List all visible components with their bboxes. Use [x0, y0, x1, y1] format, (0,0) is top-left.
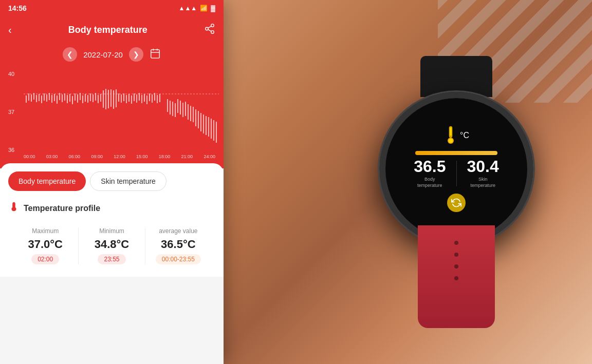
status-time: 14:56 [8, 4, 27, 12]
stat-min-value: 34.8°C [81, 238, 142, 251]
y-label-40: 40 [8, 71, 14, 77]
svg-point-1 [206, 27, 209, 30]
x-label-1500: 15:00 [136, 154, 148, 159]
watch-thermometer-icon: °C [443, 125, 469, 146]
x-label-0900: 09:00 [91, 154, 103, 159]
tab-body-temperature[interactable]: Body temperature [8, 171, 86, 191]
stat-max-time: 02:00 [31, 254, 59, 264]
x-label-2400: 24:00 [203, 154, 215, 159]
status-bar: 14:56 ▲▲▲ 📶 ▓ [0, 0, 224, 16]
y-label-36: 36 [8, 147, 14, 153]
tab-buttons: Body temperature Skin temperature [8, 171, 215, 191]
watch-band-bottom [418, 225, 495, 328]
stat-min-label: Minimum [81, 227, 142, 235]
stat-avg-value: 36.5°C [147, 238, 209, 251]
watch-body: °C 36.5 Bodytemperature 30.4 Skintempera… [379, 92, 533, 246]
y-label-37: 37 [8, 109, 14, 115]
date-selector: ❮ 2022-07-20 ❯ [0, 43, 224, 66]
svg-point-0 [211, 24, 214, 27]
phone-screen: 14:56 ▲▲▲ 📶 ▓ ‹ Body temperature ❮ 2022-… [0, 0, 224, 364]
x-label-2100: 21:00 [181, 154, 193, 159]
watch-container: °C 36.5 Bodytemperature 30.4 Skintempera… [348, 71, 564, 318]
stat-avg-item: average value 36.5°C 00:00-23:55 [145, 223, 211, 269]
app-header: ‹ Body temperature [0, 16, 224, 43]
stat-min-time: 23:55 [98, 254, 125, 264]
watch-arc [415, 151, 497, 155]
svg-point-2 [211, 30, 214, 33]
svg-line-4 [208, 26, 211, 28]
profile-icon [8, 201, 20, 215]
watch-refresh-button[interactable] [447, 194, 466, 212]
chart-area: 40 37 36 [0, 66, 224, 168]
battery-icon: ▓ [211, 5, 215, 12]
temperature-profile-section: Temperature profile [8, 201, 215, 215]
stat-max-label2: Maximum [14, 227, 76, 235]
x-label-1200: 12:00 [114, 154, 125, 159]
x-label-0000: 00:00 [24, 154, 35, 159]
watch-crown-bottom [531, 183, 533, 199]
tab-skin-temperature[interactable]: Skin temperature [90, 171, 166, 191]
stat-min-item: Minimum 34.8°C 23:55 [79, 223, 144, 269]
band-hole-3 [454, 264, 458, 269]
celsius-label: °C [460, 131, 469, 140]
watch-body-temp-value: 36.5 [414, 158, 446, 175]
background-area: °C 36.5 Bodytemperature 30.4 Skintempera… [191, 0, 592, 364]
watch-band-top [420, 56, 492, 97]
watch-skin-temp-value: 30.4 [467, 158, 499, 175]
stats-row: Maximum 37.0°C 02:00 Minimum 34.8°C 23:5… [8, 223, 215, 269]
signal-icon: ▲▲▲ [179, 5, 197, 12]
watch-crown [531, 152, 533, 176]
watch-body-temp: 36.5 Bodytemperature [414, 158, 446, 188]
svg-line-3 [208, 29, 211, 31]
svg-rect-5 [151, 49, 160, 58]
watch-body-temp-label: Bodytemperature [414, 177, 446, 188]
watch-skin-temp-label: Skintemperature [467, 177, 499, 188]
watch-face: °C 36.5 Bodytemperature 30.4 Skintempera… [385, 98, 527, 240]
stat-avg-label: average value [147, 227, 209, 235]
chart-svg [24, 71, 215, 153]
watch-divider [456, 161, 457, 186]
prev-date-button[interactable]: ❮ [63, 47, 77, 62]
wifi-icon: 📶 [200, 5, 208, 12]
band-hole-4 [454, 276, 458, 280]
chart-x-labels: 00:00 03:00 06:00 09:00 12:00 15:00 18:0… [24, 154, 215, 159]
page-title: Body temperature [68, 25, 147, 35]
status-icons: ▲▲▲ 📶 ▓ [179, 5, 215, 12]
watch-readings: 36.5 Bodytemperature 30.4 Skintemperatur… [414, 158, 499, 188]
share-button[interactable] [204, 23, 215, 37]
band-hole-2 [454, 253, 458, 257]
calendar-icon[interactable] [150, 48, 161, 62]
watch-skin-temp: 30.4 Skintemperature [467, 158, 499, 188]
content-area: Body temperature Skin temperature Temper… [0, 163, 224, 277]
svg-point-86 [449, 139, 453, 143]
x-label-0300: 03:00 [46, 154, 58, 159]
band-hole-1 [454, 241, 458, 245]
x-label-1800: 18:00 [159, 154, 171, 159]
watch-band-holes [454, 241, 458, 280]
stat-avg-time: 00:00-23:55 [156, 254, 201, 264]
back-button[interactable]: ‹ [8, 24, 12, 36]
section-title-text: Temperature profile [24, 204, 100, 213]
stat-max-item: Maximum 37.0°C 02:00 [12, 223, 78, 269]
selected-date: 2022-07-20 [83, 50, 123, 59]
svg-rect-84 [450, 127, 452, 136]
stat-max-value2: 37.0°C [14, 238, 76, 251]
x-label-0600: 06:00 [69, 154, 81, 159]
next-date-button[interactable]: ❯ [129, 47, 143, 62]
chart-y-labels: 40 37 36 [8, 71, 14, 153]
